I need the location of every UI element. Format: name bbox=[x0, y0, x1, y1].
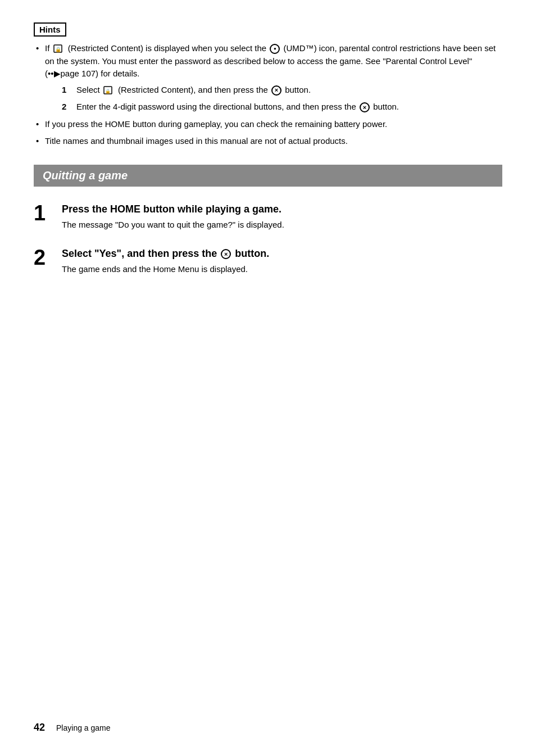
section-header: Quitting a game bbox=[34, 165, 502, 187]
hints-bullet-3: Title names and thumbnail images used in… bbox=[34, 135, 502, 148]
main-steps-list: 1 Press the HOME button while playing a … bbox=[34, 202, 502, 276]
bullet1-text: If 🔒 (Restricted Content) is displayed w… bbox=[45, 43, 496, 78]
svg-text:🔒: 🔒 bbox=[54, 46, 61, 53]
x-button-icon-step2: × bbox=[221, 249, 231, 259]
page-number: 42 bbox=[34, 722, 45, 734]
bullet2-text: If you press the HOME button during game… bbox=[45, 119, 387, 129]
hints-bullet-2: If you press the HOME button during game… bbox=[34, 118, 502, 131]
main-step-1-desc: The message "Do you want to quit the gam… bbox=[62, 219, 502, 232]
main-step-1-content: Press the HOME button while playing a ga… bbox=[62, 202, 502, 232]
sub-step-1-num: 1 bbox=[62, 84, 71, 97]
x-button-icon-1: × bbox=[271, 85, 281, 96]
sub-steps-list: 1 Select 🔒 (Restricted Content), and the… bbox=[45, 84, 502, 114]
restricted-icon-sub: 🔒 bbox=[103, 85, 115, 96]
hints-title: Hints bbox=[39, 25, 61, 34]
hints-box: Hints bbox=[34, 22, 66, 37]
hints-bullet-1: If 🔒 (Restricted Content) is displayed w… bbox=[34, 42, 502, 114]
main-step-1-num: 1 bbox=[34, 202, 51, 224]
main-step-2-title-before: Select "Yes", and then press the bbox=[62, 248, 220, 259]
hints-list: If 🔒 (Restricted Content) is displayed w… bbox=[34, 42, 502, 148]
sub-step-2: 2 Enter the 4-digit password using the d… bbox=[62, 101, 502, 114]
main-step-2-num: 2 bbox=[34, 247, 51, 268]
hints-section: Hints If 🔒 (Restricted Content) is displ… bbox=[34, 22, 502, 148]
main-step-2-title-after: button. bbox=[235, 248, 269, 259]
umd-icon: ● bbox=[270, 44, 280, 54]
sub-step-1: 1 Select 🔒 (Restricted Content), and the… bbox=[62, 84, 502, 97]
footer: 42 Playing a game bbox=[34, 722, 502, 734]
footer-section-label: Playing a game bbox=[56, 723, 111, 732]
main-step-2-title: Select "Yes", and then press the × butto… bbox=[62, 247, 502, 261]
x-button-icon-2: × bbox=[360, 102, 370, 112]
sub-step-1-text: Select 🔒 (Restricted Content), and then … bbox=[76, 84, 311, 97]
bullet3-text: Title names and thumbnail images used in… bbox=[45, 136, 348, 146]
main-step-2-desc: The game ends and the Home Menu is displ… bbox=[62, 263, 502, 276]
main-step-2: 2 Select "Yes", and then press the × but… bbox=[34, 247, 502, 276]
main-step-2-content: Select "Yes", and then press the × butto… bbox=[62, 247, 502, 276]
main-step-1-title: Press the HOME button while playing a ga… bbox=[62, 202, 502, 216]
sub-step-2-text: Enter the 4-digit password using the dir… bbox=[76, 101, 399, 114]
arrow-ref: ••▶ bbox=[48, 69, 61, 78]
svg-text:🔒: 🔒 bbox=[105, 88, 111, 94]
section-title: Quitting a game bbox=[43, 169, 128, 182]
sub-step-2-num: 2 bbox=[62, 101, 71, 114]
restricted-icon-inline: 🔒 bbox=[53, 44, 65, 54]
main-step-1: 1 Press the HOME button while playing a … bbox=[34, 202, 502, 232]
